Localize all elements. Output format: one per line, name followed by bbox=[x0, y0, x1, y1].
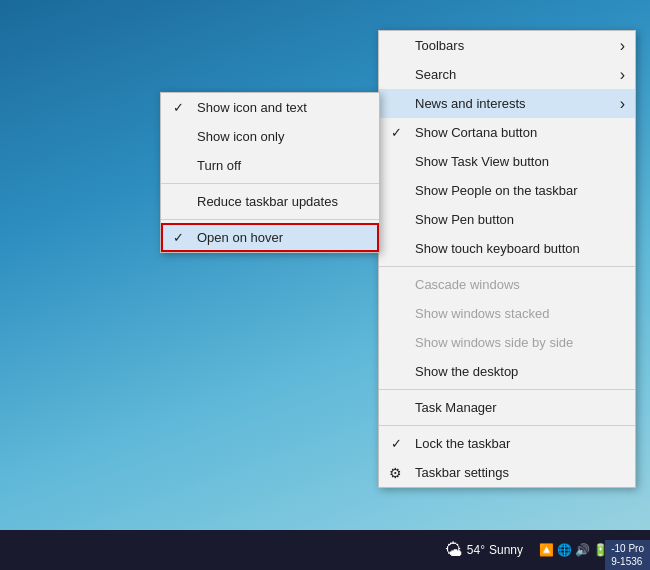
menu-item-taskbar-settings[interactable]: ⚙ Taskbar settings bbox=[379, 458, 635, 487]
menu-separator-1 bbox=[379, 266, 635, 267]
menu-item-toolbars[interactable]: Toolbars bbox=[379, 31, 635, 60]
weather-temp: 54° bbox=[467, 543, 485, 557]
menu-item-news-interests[interactable]: News and interests bbox=[379, 89, 635, 118]
desktop: Show icon and text Show icon only Turn o… bbox=[0, 0, 650, 570]
weather-condition: Sunny bbox=[489, 543, 523, 557]
win-info-line1: -10 Pro bbox=[611, 542, 644, 555]
weather-icon: 🌤 bbox=[445, 540, 463, 561]
context-menu-main: Toolbars Search News and interests Show … bbox=[378, 30, 636, 488]
submenu-separator-2 bbox=[161, 219, 379, 220]
menu-item-task-manager[interactable]: Task Manager bbox=[379, 393, 635, 422]
menu-item-side-by-side[interactable]: Show windows side by side bbox=[379, 328, 635, 357]
menu-item-show-pen[interactable]: Show Pen button bbox=[379, 205, 635, 234]
menu-item-show-people[interactable]: Show People on the taskbar bbox=[379, 176, 635, 205]
submenu-item-turn-off[interactable]: Turn off bbox=[161, 151, 379, 180]
win-info-line2: 9-1536 bbox=[611, 555, 644, 568]
submenu-item-show-icon-only[interactable]: Show icon only bbox=[161, 122, 379, 151]
submenu-news-interests: Show icon and text Show icon only Turn o… bbox=[160, 92, 380, 253]
system-tray[interactable]: 🔼 🌐 🔊 🔋 bbox=[535, 539, 612, 561]
gear-icon: ⚙ bbox=[389, 465, 402, 481]
windows-info: -10 Pro 9-1536 bbox=[605, 540, 650, 570]
menu-item-lock-taskbar[interactable]: Lock the taskbar bbox=[379, 429, 635, 458]
submenu-item-open-on-hover[interactable]: Open on hover bbox=[161, 223, 379, 252]
menu-item-show-taskview[interactable]: Show Task View button bbox=[379, 147, 635, 176]
taskbar-right: 🌤 54° Sunny 🔼 🌐 🔊 🔋 -10 Pro 9-1536 🗨 bbox=[437, 536, 646, 565]
submenu-item-reduce-updates[interactable]: Reduce taskbar updates bbox=[161, 187, 379, 216]
tray-icon-network: 🌐 bbox=[557, 543, 572, 557]
submenu-separator-1 bbox=[161, 183, 379, 184]
menu-item-stacked[interactable]: Show windows stacked bbox=[379, 299, 635, 328]
menu-item-show-desktop[interactable]: Show the desktop bbox=[379, 357, 635, 386]
menu-separator-3 bbox=[379, 425, 635, 426]
menu-item-search[interactable]: Search bbox=[379, 60, 635, 89]
menu-item-show-touch-keyboard[interactable]: Show touch keyboard button bbox=[379, 234, 635, 263]
menu-item-cascade[interactable]: Cascade windows bbox=[379, 270, 635, 299]
tray-icon-1: 🔼 bbox=[539, 543, 554, 557]
menu-separator-2 bbox=[379, 389, 635, 390]
tray-icon-volume: 🔊 bbox=[575, 543, 590, 557]
menu-item-show-cortana[interactable]: Show Cortana button bbox=[379, 118, 635, 147]
tray-icons: 🔼 🌐 🔊 🔋 bbox=[539, 543, 608, 557]
taskbar: 🌤 54° Sunny 🔼 🌐 🔊 🔋 -10 Pro 9-1536 🗨 bbox=[0, 530, 650, 570]
submenu-item-show-icon-text[interactable]: Show icon and text bbox=[161, 93, 379, 122]
weather-widget[interactable]: 🌤 54° Sunny bbox=[437, 536, 531, 565]
